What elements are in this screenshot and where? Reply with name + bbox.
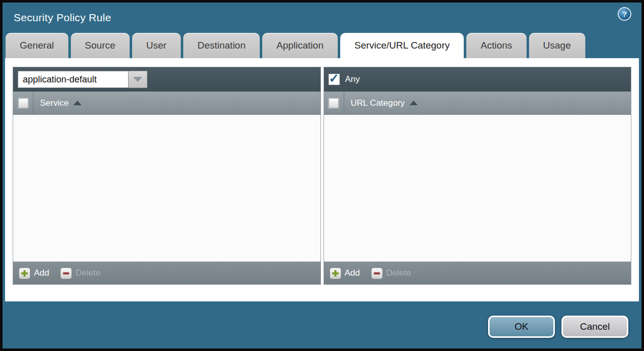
- security-policy-rule-dialog: Security Policy Rule ? General Source Us…: [3, 3, 641, 348]
- minus-icon: [60, 268, 72, 279]
- service-table-header: Service: [13, 92, 320, 115]
- plus-icon: [19, 268, 30, 279]
- checkmark-icon: ✓: [329, 72, 339, 84]
- service-type-input[interactable]: application-default: [18, 71, 129, 88]
- service-add-label: Add: [34, 268, 49, 278]
- tab-source[interactable]: Source: [71, 33, 130, 58]
- service-type-combobox: application-default: [18, 71, 147, 88]
- chevron-down-icon: [133, 77, 142, 82]
- service-footer: Add Delete: [13, 261, 320, 284]
- service-toolbar: application-default: [13, 67, 320, 92]
- cancel-button[interactable]: Cancel: [561, 316, 628, 338]
- service-list: [13, 115, 320, 261]
- ok-button[interactable]: OK: [488, 316, 555, 338]
- url-category-table-header: URL Category: [324, 92, 631, 115]
- tab-usage[interactable]: Usage: [529, 33, 585, 58]
- sort-ascending-icon: [410, 101, 418, 105]
- url-category-selectall-cell: [324, 92, 344, 114]
- minus-icon: [371, 268, 383, 279]
- url-category-add-button[interactable]: Add: [330, 268, 360, 279]
- dialog-button-row: OK Cancel: [488, 316, 628, 338]
- url-category-add-label: Add: [345, 268, 360, 278]
- tab-user[interactable]: User: [132, 33, 181, 58]
- url-category-column-header[interactable]: URL Category: [344, 92, 418, 114]
- service-delete-label: Delete: [75, 268, 100, 278]
- url-category-footer: Add Delete: [324, 261, 631, 284]
- plus-icon: [330, 268, 341, 279]
- tab-destination[interactable]: Destination: [183, 33, 260, 58]
- tab-application[interactable]: Application: [262, 33, 338, 58]
- tab-general[interactable]: General: [6, 33, 68, 58]
- tab-content: application-default Service: [5, 58, 639, 301]
- service-panel: application-default Service: [13, 67, 321, 285]
- url-category-selectall-checkbox[interactable]: [329, 98, 339, 108]
- service-type-dropdown-button[interactable]: [129, 71, 147, 88]
- sort-ascending-icon: [73, 101, 82, 105]
- url-category-column-label: URL Category: [351, 98, 405, 108]
- any-checkbox-label: Any: [345, 74, 360, 84]
- url-category-delete-label: Delete: [386, 268, 411, 278]
- panels-container: application-default Service: [13, 67, 631, 285]
- url-category-panel: ✓ Any URL Category: [324, 67, 632, 285]
- service-delete-button[interactable]: Delete: [60, 268, 100, 279]
- dialog-titlebar: Security Policy Rule ?: [3, 3, 641, 33]
- any-checkbox[interactable]: ✓: [329, 74, 340, 85]
- url-category-toolbar: ✓ Any: [324, 67, 631, 92]
- help-icon[interactable]: ?: [618, 7, 631, 21]
- url-category-list: [324, 115, 631, 261]
- tab-strip: General Source User Destination Applicat…: [3, 33, 641, 58]
- tab-service-url-category[interactable]: Service/URL Category: [340, 33, 464, 58]
- service-selectall-checkbox[interactable]: [18, 98, 28, 108]
- service-column-header[interactable]: Service: [33, 92, 82, 114]
- service-add-button[interactable]: Add: [19, 268, 49, 279]
- service-selectall-cell: [13, 92, 33, 114]
- service-column-label: Service: [40, 98, 69, 108]
- tab-actions[interactable]: Actions: [466, 33, 526, 58]
- dialog-title: Security Policy Rule: [14, 12, 111, 24]
- url-category-delete-button[interactable]: Delete: [371, 268, 411, 279]
- screen: Security Policy Rule ? General Source Us…: [0, 0, 644, 351]
